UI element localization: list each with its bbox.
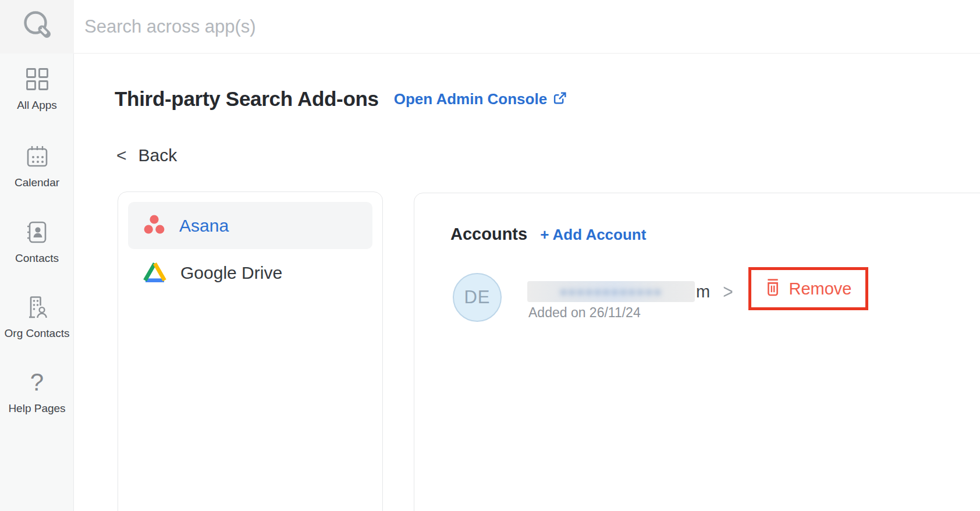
top-search-bar <box>0 0 980 54</box>
add-account-button[interactable]: + Add Account <box>540 226 646 244</box>
magnifier-icon <box>20 8 55 45</box>
trash-icon <box>765 278 780 299</box>
sidebar-item-org-contacts[interactable]: Org Contacts <box>0 296 74 340</box>
back-button[interactable]: < Back <box>116 146 177 165</box>
accounts-panel: Accounts + Add Account DE ●●●●●●●●●●●● m… <box>414 193 980 511</box>
open-admin-console-link[interactable]: Open Admin Console <box>394 90 567 108</box>
open-admin-console-label: Open Admin Console <box>394 90 547 108</box>
calendar-icon <box>0 145 74 168</box>
google-drive-logo <box>143 261 166 285</box>
back-label: Back <box>139 146 177 165</box>
page-title: Third-party Search Add-ons <box>115 87 379 111</box>
app-row-google-drive[interactable]: Google Drive <box>128 249 372 296</box>
grid-icon <box>0 68 74 91</box>
sidebar-item-label: Org Contacts <box>0 327 74 340</box>
addon-app-list: Asana Google Drive <box>118 191 383 511</box>
sidebar-item-label: Contacts <box>0 252 74 265</box>
org-building-person-icon <box>0 296 74 319</box>
app-name: Google Drive <box>180 263 282 283</box>
chevron-right-icon[interactable]: > <box>723 280 733 303</box>
account-avatar: DE <box>453 273 502 322</box>
sidebar-item-calendar[interactable]: Calendar <box>0 145 74 189</box>
account-email-suffix: m <box>696 282 710 301</box>
asana-logo <box>143 214 165 237</box>
app-row-asana[interactable]: Asana <box>128 202 372 249</box>
page: All Apps Calendar <box>0 0 980 511</box>
account-email-redacted: ●●●●●●●●●●●● <box>527 281 695 302</box>
sidebar-item-all-apps[interactable]: All Apps <box>0 68 74 112</box>
external-link-icon <box>547 91 567 108</box>
back-chevron-icon: < <box>116 146 127 165</box>
search-input[interactable] <box>84 0 725 53</box>
accounts-header: Accounts + Add Account <box>450 225 646 244</box>
search-tile[interactable] <box>0 0 74 54</box>
sidebar-item-help-pages[interactable]: ? Help Pages <box>0 371 74 415</box>
sidebar-item-contacts[interactable]: Contacts <box>0 221 74 265</box>
sidebar-item-label: All Apps <box>0 99 74 112</box>
page-header: Third-party Search Add-ons Open Admin Co… <box>115 87 567 111</box>
accounts-heading: Accounts <box>450 225 527 244</box>
contacts-book-icon <box>0 221 74 244</box>
account-added-date: Added on 26/11/24 <box>528 305 641 321</box>
remove-account-button[interactable]: Remove <box>748 267 868 310</box>
app-name: Asana <box>179 216 229 236</box>
account-email-row[interactable]: ●●●●●●●●●●●● m > <box>527 281 733 303</box>
sidebar: All Apps Calendar <box>0 54 74 511</box>
sidebar-item-label: Calendar <box>0 176 74 189</box>
remove-label: Remove <box>789 279 852 299</box>
sidebar-item-label: Help Pages <box>0 402 74 415</box>
question-mark-icon: ? <box>0 371 74 394</box>
